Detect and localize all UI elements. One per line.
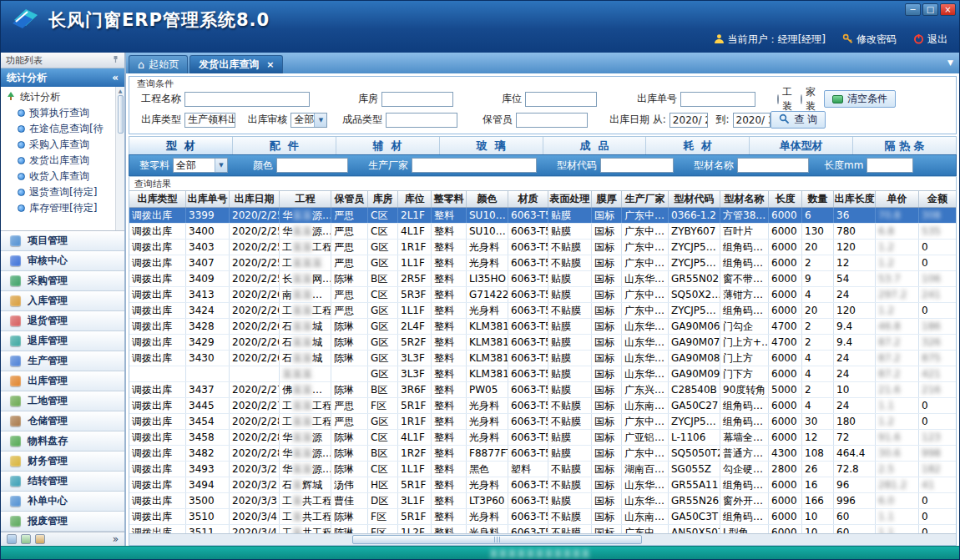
table-row[interactable]: 某某某G区3L3F整料KLM38176063-T5贴膜国标山东华…GA90M09… [129, 366, 956, 382]
table-row[interactable]: 调拨出库34282020/2/26石某某城陈琳G区2L4F整料KLM381760… [129, 319, 956, 335]
pin-icon[interactable] [112, 55, 119, 66]
tree-item[interactable]: 采购入库查询 [6, 137, 114, 153]
column-header[interactable]: 出库长度 [834, 191, 876, 207]
options-icon[interactable] [35, 534, 45, 544]
table-row[interactable]: 调拨出库35002020/3/3工某共工程曹佳D区3L1F整料LT3P60606… [129, 493, 956, 509]
column-header[interactable]: 出库类型 [129, 191, 186, 207]
tree-item[interactable]: 预算执行查询 [6, 105, 114, 121]
tree-item[interactable]: 库存管理[待定] [6, 200, 114, 216]
material-tab[interactable]: 成 品 [543, 137, 647, 154]
out-type-select[interactable]: 生产领料出库 [184, 113, 235, 128]
more-buttons-icon[interactable]: » [113, 533, 119, 545]
tree-root[interactable]: 统计分析 [6, 89, 114, 105]
tree-item[interactable]: 在途信息查询[待 [6, 121, 114, 137]
sidebar-menu-item[interactable]: 入库管理 [1, 291, 124, 311]
column-header[interactable]: 长度 [769, 191, 802, 207]
table-row[interactable]: 调拨出库34542020/2/28工某某工程严思G区1R1F整料光身料6063-… [129, 414, 956, 430]
product-type-input[interactable] [386, 113, 457, 128]
audit-select[interactable]: 全部 [291, 113, 327, 128]
column-header[interactable]: 单价 [876, 191, 919, 207]
table-row[interactable]: 调拨出库34002020/2/25华某某源…严思C区4L1F整料SU10…606… [129, 224, 956, 240]
whole-scrap-select[interactable]: 全部 [173, 158, 228, 173]
material-tab[interactable]: 辅 材 [336, 137, 440, 154]
length-input[interactable] [867, 158, 913, 173]
sidebar-menu-item[interactable]: 采购管理 [1, 271, 124, 291]
material-tab[interactable]: 单体型材 [750, 137, 853, 154]
maker-input[interactable] [412, 158, 537, 173]
project-name-input[interactable] [184, 92, 310, 107]
column-header[interactable]: 保管员 [331, 191, 368, 207]
maximize-button[interactable]: □ [922, 3, 938, 16]
column-header[interactable]: 型材代码 [669, 191, 720, 207]
table-row[interactable]: 调拨出库34822020/2/28华某某源…陈琳B区1R2F整料F8877FT6… [129, 446, 956, 462]
table-row[interactable]: 调拨出库33992020/2/25华某某源…严思C区2L1F整料SU10…606… [129, 208, 956, 224]
collapse-icon[interactable]: « [112, 72, 119, 83]
table-row[interactable]: 调拨出库34072020/2/25工某某某严思G区1L1F整料光身料6063-T… [129, 255, 956, 271]
column-header[interactable]: 生产厂家 [622, 191, 669, 207]
clear-conditions-button[interactable]: 清空条件 [824, 90, 896, 108]
horizontal-scrollbar[interactable] [129, 533, 956, 545]
tab-close-icon[interactable]: × [266, 59, 274, 70]
logout-link[interactable]: 退出 [927, 33, 947, 47]
material-tab[interactable]: 配 件 [233, 137, 336, 154]
sidebar-menu-item[interactable]: 退库管理 [1, 331, 124, 351]
material-tab[interactable]: 玻 璃 [440, 137, 543, 154]
location-input[interactable] [525, 92, 597, 107]
warehouse-input[interactable] [381, 92, 453, 107]
column-header[interactable]: 表面处理 [548, 191, 592, 207]
column-header[interactable]: 库位 [398, 191, 432, 207]
table-row[interactable]: 调拨出库34582020/2/28华某某源陈琳C区4L1F整料光身料6063-T… [129, 430, 956, 446]
radio-jiazhuang[interactable] [801, 94, 802, 104]
table-row[interactable]: 调拨出库34092020/2/25长某某网…陈琳B区2R5F整料LI35HO60… [129, 271, 956, 287]
column-header[interactable]: 膜厚 [592, 191, 622, 207]
column-header[interactable]: 型材名称 [720, 191, 769, 207]
sidebar-menu-item[interactable]: 审核中心 [1, 251, 124, 271]
table-row[interactable]: 调拨出库34242020/2/26工某某工程严思G区1L1F整料光身料6063-… [129, 303, 956, 319]
date-from-picker[interactable]: 2020/ 2/16 [669, 113, 708, 128]
column-header[interactable]: 金额 [919, 191, 956, 207]
sidebar-menu-item[interactable]: 财务管理 [1, 452, 124, 472]
change-password-link[interactable]: 修改密码 [856, 33, 897, 47]
table-row[interactable]: 调拨出库34032020/2/25工某某工程严思G区1R1F整料光身料6063-… [129, 240, 956, 255]
sidebar-menu-item[interactable]: 生产管理 [1, 351, 124, 371]
sidebar-menu-item[interactable]: 退货管理 [1, 311, 124, 331]
column-header[interactable]: 工程 [280, 191, 331, 207]
table-row[interactable]: 调拨出库35102020/3/4工某共工程陈琳F区5R1F整料光身料6063-T… [129, 509, 956, 525]
table-row[interactable]: 调拨出库34932020/3/2华某某源…陈琳C区1L1F整料黑色塑料不贴膜国标… [129, 462, 956, 477]
scrollbar-thumb[interactable] [352, 535, 642, 544]
panel-view-icon[interactable] [7, 534, 17, 544]
column-header[interactable]: 出库日期 [230, 191, 280, 207]
material-tab[interactable]: 耗 材 [646, 137, 750, 154]
scrollbar-thumb[interactable] [118, 95, 124, 134]
tree-item[interactable]: 退货查询[待定] [6, 184, 114, 200]
table-row[interactable]: 调拨出库34302020/2/26石某某城陈琳G区3L3F整料KLM381760… [129, 351, 956, 366]
minimize-button[interactable]: ─ [905, 3, 921, 16]
radio-gongzhuang[interactable] [777, 94, 779, 104]
profile-name-input[interactable] [737, 158, 809, 173]
column-header[interactable]: 库房 [368, 191, 398, 207]
tab-shipping-query[interactable]: 发货出库查询 × [189, 55, 283, 73]
tab-list-caret-icon[interactable]: ▼ [947, 58, 953, 67]
material-tab[interactable]: 型 材 [129, 137, 233, 154]
tree-item[interactable]: 发货出库查询 [6, 153, 114, 169]
column-header[interactable]: 整零料 [432, 191, 467, 207]
sidebar-menu-item[interactable]: 工地管理 [1, 391, 124, 411]
table-row[interactable]: 调拨出库34942020/3/2石某辉城汤伟H区5R1F整料光身料6063-T5… [129, 477, 956, 493]
color-input[interactable] [276, 158, 348, 173]
material-tab[interactable]: 隔 热 条 [853, 137, 956, 154]
sidebar-menu-item[interactable]: 项目管理 [1, 231, 124, 251]
table-row[interactable]: 调拨出库34292020/2/26石某某城陈琳G区5R2F整料KLM381760… [129, 335, 956, 351]
sidebar-menu-item[interactable]: 仓储管理 [1, 411, 124, 431]
tab-home[interactable]: ⌂ 起始页 [129, 55, 188, 73]
keeper-input[interactable] [516, 113, 588, 128]
close-button[interactable]: × [940, 3, 956, 16]
search-button[interactable]: 查 询 [771, 111, 826, 129]
results-grid[interactable]: 出库类型出库单号出库日期工程保管员库房库位整零料颜色材质表面处理膜厚生产厂家型材… [129, 190, 956, 533]
sidebar-menu-item[interactable]: 补单中心 [1, 492, 124, 512]
sidebar-menu-item[interactable]: 报废管理 [1, 512, 124, 532]
column-header[interactable]: 材质 [508, 191, 548, 207]
sidebar-menu-item[interactable]: 出库管理 [1, 371, 124, 391]
scroll-up-icon[interactable]: ▲ [119, 88, 123, 93]
list-view-icon[interactable] [21, 534, 31, 544]
sidebar-menu-item[interactable]: 结转管理 [1, 472, 124, 492]
